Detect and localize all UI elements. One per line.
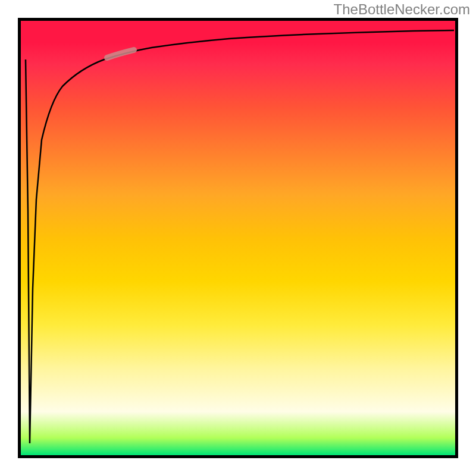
bottleneck-curve-line [26, 30, 454, 443]
chart-frame [18, 18, 458, 458]
watermark-label: TheBottleNecker.com [334, 1, 470, 18]
highlight-segment [107, 50, 134, 58]
chart-curve-svg [21, 21, 455, 455]
